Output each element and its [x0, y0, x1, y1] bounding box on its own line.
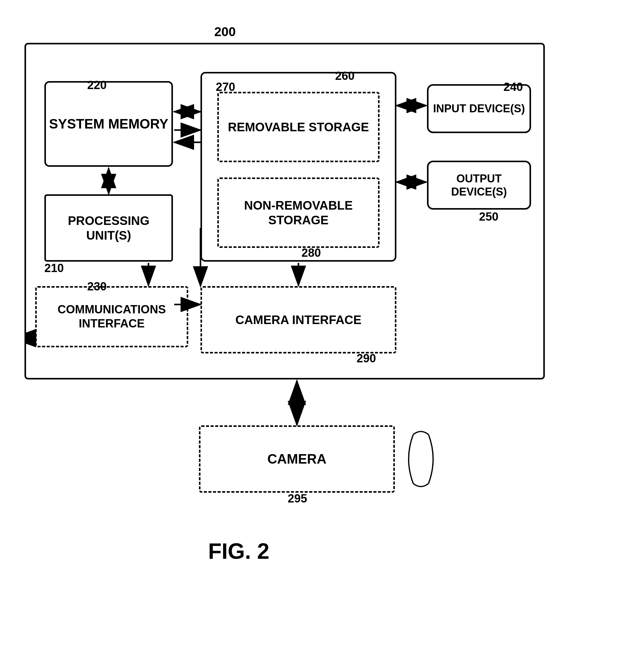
- removable-storage-label: REMOVABLE STORAGE: [228, 120, 369, 134]
- label-290: 290: [356, 352, 376, 365]
- label-200: 200: [214, 24, 236, 39]
- main-system-box: SYSTEM MEMORY 220 PROCESSING UNIT(S) 210…: [24, 43, 545, 380]
- removable-storage-box: REMOVABLE STORAGE: [217, 92, 379, 162]
- camera-lens-icon: [404, 425, 444, 493]
- output-devices-box: OUTPUT DEVICE(S): [427, 161, 531, 210]
- camera-box: CAMERA: [199, 425, 395, 493]
- processing-unit-box: PROCESSING UNIT(S): [44, 194, 173, 262]
- label-280: 280: [302, 246, 321, 260]
- communications-interface-box: COMMUNICATIONS INTERFACE: [35, 286, 188, 347]
- system-memory-label: SYSTEM MEMORY: [49, 116, 168, 132]
- label-250: 250: [479, 210, 498, 223]
- communications-interface-label: COMMUNICATIONS INTERFACE: [37, 303, 187, 331]
- camera-interface-label: CAMERA INTERFACE: [235, 312, 362, 327]
- camera-label: CAMERA: [267, 451, 326, 467]
- processing-unit-label: PROCESSING UNIT(S): [46, 213, 171, 243]
- diagram-container: 200 SYSTEM MEMORY 220 PROCESSING UNIT(S)…: [24, 18, 600, 661]
- non-removable-storage-label: NON-REMOVABLE STORAGE: [219, 198, 378, 227]
- label-220: 220: [87, 79, 107, 92]
- label-230: 230: [87, 280, 107, 293]
- input-devices-label: INPUT DEVICE(S): [433, 102, 525, 115]
- non-removable-storage-box: NON-REMOVABLE STORAGE: [217, 177, 379, 248]
- label-210: 210: [44, 262, 64, 275]
- label-270: 270: [216, 80, 235, 94]
- output-devices-label: OUTPUT DEVICE(S): [428, 172, 530, 198]
- label-260: 260: [335, 69, 354, 82]
- label-295: 295: [288, 492, 307, 505]
- camera-interface-box: CAMERA INTERFACE: [201, 286, 396, 354]
- label-240: 240: [504, 80, 523, 94]
- figure-caption: FIG. 2: [208, 538, 269, 564]
- storage-group-box: REMOVABLE STORAGE NON-REMOVABLE STORAGE: [201, 72, 396, 262]
- system-memory-box: SYSTEM MEMORY: [44, 81, 173, 167]
